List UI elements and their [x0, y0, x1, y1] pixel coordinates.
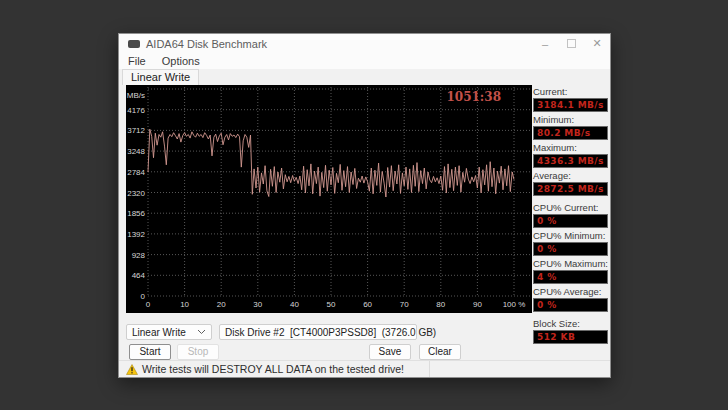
svg-text:2784: 2784 [127, 168, 145, 177]
clear-button[interactable]: Clear [419, 344, 461, 360]
benchmark-chart: 04649281392185623202784324837124176MB/s0… [126, 85, 532, 313]
stat-label: CPU% Minimum: [533, 231, 608, 241]
svg-text:3248: 3248 [127, 147, 145, 156]
menu-item-file[interactable]: File [128, 55, 146, 67]
save-button[interactable]: Save [369, 344, 411, 360]
status-right-pane [429, 361, 610, 377]
menu-item-options[interactable]: Options [162, 55, 200, 67]
svg-text:50: 50 [327, 300, 336, 309]
warning-icon [126, 364, 138, 375]
stat-label: CPU% Current: [533, 203, 608, 213]
stat-average: Average: 2872.5 MB/s [533, 171, 608, 196]
stats-sidebar: Current: 3184.1 MB/s Minimum: 80.2 MB/s … [533, 87, 608, 347]
svg-text:928: 928 [132, 251, 146, 260]
stat-cpu-minimum: CPU% Minimum: 0 % [533, 231, 608, 256]
stat-label: CPU% Average: [533, 287, 608, 297]
stat-maximum: Maximum: 4336.3 MB/s [533, 143, 608, 168]
svg-text:2320: 2320 [127, 189, 145, 198]
test-type-select[interactable]: Linear Write [126, 324, 212, 340]
stat-block-size: Block Size: 512 KB [533, 319, 608, 344]
svg-text:464: 464 [132, 271, 146, 280]
stat-cpu-current: CPU% Current: 0 % [533, 203, 608, 228]
menu-bar: File Options [119, 53, 610, 69]
stat-value: 80.2 MB/s [533, 126, 608, 140]
maximize-icon [567, 39, 576, 48]
stat-value: 4 % [533, 270, 608, 284]
svg-text:40: 40 [290, 300, 299, 309]
drive-select[interactable]: Disk Drive #2 [CT4000P3PSSD8] (3726.0 GB… [219, 324, 417, 340]
status-warning-pane: Write tests will DESTROY ALL DATA on the… [119, 361, 429, 377]
stop-button[interactable]: Stop [177, 344, 219, 360]
svg-text:80: 80 [436, 300, 445, 309]
stat-value: 2872.5 MB/s [533, 182, 608, 196]
close-button[interactable]: ✕ [584, 34, 610, 53]
svg-text:1392: 1392 [127, 230, 145, 239]
benchmark-chart-svg: 04649281392185623202784324837124176MB/s0… [126, 85, 532, 313]
stat-value: 4336.3 MB/s [533, 154, 608, 168]
stat-value: 0 % [533, 298, 608, 312]
start-button[interactable]: Start [129, 344, 171, 360]
app-icon [128, 40, 140, 48]
aida64-disk-benchmark-window: AIDA64 Disk Benchmark – ✕ File Options L… [118, 33, 611, 378]
stat-value: 0 % [533, 242, 608, 256]
stat-label: CPU% Maximum: [533, 259, 608, 269]
svg-text:4176: 4176 [127, 106, 145, 115]
svg-text:3712: 3712 [127, 126, 145, 135]
svg-text:MB/s: MB/s [127, 91, 145, 100]
stat-value: 0 % [533, 214, 608, 228]
stat-current: Current: 3184.1 MB/s [533, 87, 608, 112]
tab-linear-write[interactable]: Linear Write [122, 69, 199, 85]
svg-text:70: 70 [400, 300, 409, 309]
stat-value: 512 KB [533, 330, 608, 344]
warning-text: Write tests will DESTROY ALL DATA on the… [142, 363, 404, 375]
svg-text:10: 10 [180, 300, 189, 309]
svg-text:20: 20 [217, 300, 226, 309]
svg-text:1856: 1856 [127, 209, 145, 218]
svg-text:100 %: 100 % [503, 300, 526, 309]
stat-label: Minimum: [533, 115, 608, 125]
stat-label: Maximum: [533, 143, 608, 153]
stat-value: 3184.1 MB/s [533, 98, 608, 112]
status-bar: Write tests will DESTROY ALL DATA on the… [119, 360, 610, 377]
minimize-button[interactable]: – [532, 34, 558, 53]
svg-text:60: 60 [363, 300, 372, 309]
tab-strip: Linear Write [119, 69, 610, 85]
stat-label: Current: [533, 87, 608, 97]
title-bar: AIDA64 Disk Benchmark – ✕ [119, 34, 610, 53]
svg-text:30: 30 [253, 300, 262, 309]
stat-label: Average: [533, 171, 608, 181]
chevron-down-icon [197, 329, 206, 335]
window-controls: – ✕ [532, 34, 610, 53]
test-type-value: Linear Write [132, 327, 186, 338]
drive-value: Disk Drive #2 [CT4000P3PSSD8] (3726.0 GB… [225, 327, 436, 338]
maximize-button[interactable] [558, 34, 584, 53]
svg-text:0: 0 [146, 300, 151, 309]
svg-text:90: 90 [473, 300, 482, 309]
elapsed-time: 1051:38 [446, 90, 501, 104]
stat-cpu-average: CPU% Average: 0 % [533, 287, 608, 312]
stat-cpu-maximum: CPU% Maximum: 4 % [533, 259, 608, 284]
stat-label: Block Size: [533, 319, 608, 329]
stat-minimum: Minimum: 80.2 MB/s [533, 115, 608, 140]
window-title: AIDA64 Disk Benchmark [146, 38, 267, 50]
